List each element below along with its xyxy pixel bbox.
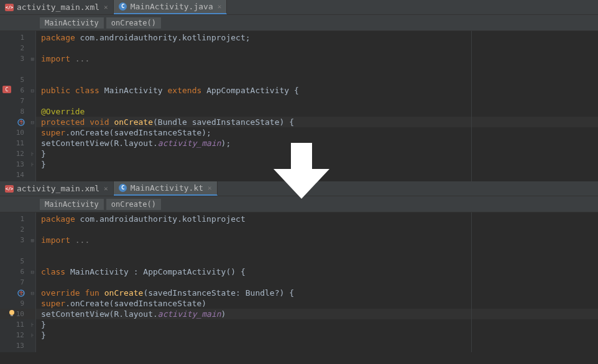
fold-icon[interactable]: ⊟ xyxy=(31,290,34,296)
tab-main-activity-java[interactable]: C MainActivity.java ✕ xyxy=(114,0,228,14)
line-number: 6 xyxy=(20,86,24,94)
override-gutter-icon[interactable] xyxy=(17,289,25,297)
line-number: 10 xyxy=(16,129,24,137)
line-number: 13 xyxy=(16,160,24,168)
fold-icon[interactable]: ⊟ xyxy=(31,269,34,275)
tab-bar-bottom: </> activity_main.xml ✕ C MainActivity.k… xyxy=(0,181,598,196)
line-number: 13 xyxy=(16,342,24,350)
fold-icon[interactable]: ⊞ xyxy=(31,56,34,62)
bottom-editor-pane: </> activity_main.xml ✕ C MainActivity.k… xyxy=(0,181,598,352)
tab-main-activity-kt[interactable]: C MainActivity.kt ✕ xyxy=(114,181,218,196)
fold-icon[interactable]: ⊦ xyxy=(31,332,34,339)
fold-icon[interactable]: ⊦ xyxy=(31,151,34,157)
tab-activity-main-xml[interactable]: </> activity_main.xml ✕ xyxy=(0,0,114,14)
intention-bulb-icon[interactable] xyxy=(7,309,16,319)
code-area-top: 1 2 3⊞ 5 C6⊟ 7 8 9⊟ 10 11 12⊦ 13⊦ 14 pac… xyxy=(0,31,598,181)
line-number: 7 xyxy=(20,97,24,105)
line-number: 3 xyxy=(20,236,24,244)
svg-point-4 xyxy=(9,310,14,315)
line-number: 5 xyxy=(20,257,24,265)
breadcrumb-method[interactable]: onCreate() xyxy=(106,17,161,29)
line-number: 6 xyxy=(20,268,24,276)
line-number: 11 xyxy=(16,139,24,147)
line-number: 1 xyxy=(20,34,24,42)
right-margin-line xyxy=(471,31,472,181)
tab-bar-top: </> activity_main.xml ✕ C MainActivity.j… xyxy=(0,0,598,15)
line-number: 5 xyxy=(20,76,24,84)
breadcrumb-class[interactable]: MainActivity xyxy=(40,199,104,210)
line-number: 7 xyxy=(20,278,24,286)
line-number: 12 xyxy=(16,150,24,158)
line-number: 11 xyxy=(16,321,24,329)
kotlin-class-icon: C xyxy=(119,184,127,193)
tab-label: activity_main.xml xyxy=(17,2,99,12)
class-gutter-icon[interactable]: C xyxy=(2,86,11,95)
tab-label: MainActivity.kt xyxy=(131,183,203,193)
tab-label: activity_main.xml xyxy=(17,184,99,193)
fold-icon[interactable]: ⊞ xyxy=(31,237,34,243)
breadcrumb-class[interactable]: MainActivity xyxy=(40,17,104,29)
line-number: 12 xyxy=(16,331,24,339)
svg-rect-5 xyxy=(11,315,13,316)
override-gutter-icon[interactable] xyxy=(17,119,25,126)
right-margin-line xyxy=(471,212,472,352)
tab-label: MainActivity.java xyxy=(131,2,213,11)
fold-icon[interactable]: ⊦ xyxy=(31,162,34,168)
breadcrumb-bar-bottom: MainActivity onCreate() xyxy=(0,196,598,212)
fold-icon[interactable]: ⊦ xyxy=(31,322,34,328)
xml-file-icon: </> xyxy=(5,184,14,193)
gutter-bottom[interactable]: 1 2 3⊞ 5 6⊟ 7 8⊟ 9 10 11⊦ 12⊦ 13 xyxy=(0,212,36,352)
gutter-top[interactable]: 1 2 3⊞ 5 C6⊟ 7 8 9⊟ 10 11 12⊦ 13⊦ 14 xyxy=(0,31,36,181)
top-editor-pane: </> activity_main.xml ✕ C MainActivity.j… xyxy=(0,0,598,181)
line-number: 1 xyxy=(20,215,24,223)
line-number: 3 xyxy=(20,55,24,63)
line-number: 9 xyxy=(20,299,24,307)
breadcrumb-method[interactable]: onCreate() xyxy=(106,199,161,210)
fold-icon[interactable]: ⊟ xyxy=(31,119,34,125)
line-number: 2 xyxy=(20,225,24,234)
line-number: 2 xyxy=(20,44,24,52)
line-number: 8 xyxy=(20,107,24,116)
code-area-bottom: 1 2 3⊞ 5 6⊟ 7 8⊟ 9 10 11⊦ 12⊦ 13 package… xyxy=(0,212,598,352)
close-icon[interactable]: ✕ xyxy=(208,184,212,192)
line-number: 10 xyxy=(16,310,24,318)
breadcrumb-bar-top: MainActivity onCreate() xyxy=(0,15,598,31)
code-content-bottom[interactable]: package com.androidauthority.kotlinproje… xyxy=(36,212,598,352)
xml-file-icon: </> xyxy=(5,3,14,12)
line-number: 14 xyxy=(16,171,24,179)
tab-activity-main-xml[interactable]: </> activity_main.xml ✕ xyxy=(0,181,114,196)
close-icon[interactable]: ✕ xyxy=(104,184,108,193)
svg-text:C: C xyxy=(6,87,9,93)
close-icon[interactable]: ✕ xyxy=(218,2,222,11)
close-icon[interactable]: ✕ xyxy=(104,3,108,11)
code-content-top[interactable]: package com.androidauthority.kotlinproje… xyxy=(36,31,598,181)
fold-icon[interactable]: ⊟ xyxy=(31,88,34,94)
java-class-icon: C xyxy=(119,2,127,11)
